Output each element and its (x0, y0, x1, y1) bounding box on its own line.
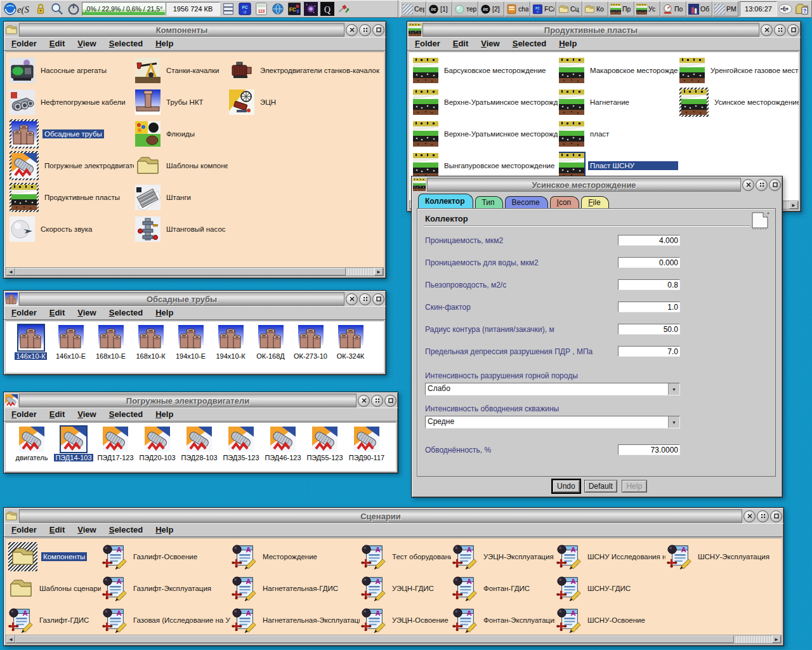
maximize-button[interactable] (372, 293, 384, 305)
icon-item[interactable]: ПЭД90-117 (346, 427, 388, 461)
maximize-button[interactable] (769, 179, 781, 191)
item-label[interactable]: Штанги (164, 193, 193, 202)
esp-icon[interactable] (229, 90, 254, 115)
icon-item[interactable]: пласт (559, 118, 678, 150)
icon-item[interactable]: AШСНУ Исследования новый (556, 541, 665, 573)
menu-item-selected[interactable]: Selected (109, 409, 143, 419)
strata-icon[interactable] (409, 23, 421, 36)
icon-item[interactable]: Уренгойское газовое месторож (679, 55, 799, 86)
icon-item[interactable]: ОК-324К (331, 325, 370, 360)
item-label[interactable]: ПЭД20-103 (138, 454, 176, 461)
scenario-icon[interactable]: A (361, 607, 386, 633)
strata-icon[interactable] (413, 90, 438, 115)
scenario-icon[interactable]: A (102, 576, 128, 601)
item-label[interactable]: 168х10-К (134, 352, 166, 360)
menu-item-view[interactable]: View (481, 39, 499, 48)
item-label[interactable]: Шаблоны сценариев (37, 584, 101, 593)
task-button[interactable]: Сер (400, 1, 426, 17)
item-label[interactable]: УЭЦН-ГДИС (390, 584, 436, 593)
scroll-right-arrow[interactable]: ► (789, 201, 798, 209)
icon-item[interactable]: Скорость звука (10, 213, 134, 245)
horizontal-scrollbar[interactable]: ◄ ► (6, 635, 782, 644)
lock-icon[interactable] (32, 1, 49, 17)
close-button[interactable] (346, 24, 358, 36)
item-label[interactable]: ПЭД28-103 (180, 454, 218, 461)
icon-item[interactable]: AГазлифт-ГДИС (8, 604, 101, 635)
item-label[interactable]: УЭЦН-Освоение (390, 616, 450, 625)
titlebar[interactable]: Сценарии (5, 509, 782, 523)
plug-icon[interactable] (336, 1, 352, 17)
icon-item[interactable]: ПЭД55-123 (304, 427, 346, 461)
maximize-button[interactable] (384, 395, 396, 407)
pipes-icon[interactable] (338, 325, 363, 350)
menu-item-edit[interactable]: Edit (453, 39, 469, 48)
default-button[interactable]: Default (584, 480, 617, 493)
motor-icon[interactable] (5, 394, 18, 407)
item-label[interactable]: Верхне-Уратьмиснкое месторождение (442, 129, 558, 138)
task-button[interactable]: Пр (608, 1, 634, 17)
item-label[interactable]: Газлифт-Эксплуатация (131, 584, 213, 593)
icon-item[interactable]: AШСНУ-Эксплуатация (667, 541, 782, 573)
maximize-button[interactable] (787, 24, 799, 36)
field-input[interactable] (618, 324, 680, 335)
magnifier-icon[interactable] (49, 1, 65, 17)
scenario-icon[interactable]: A (667, 544, 692, 569)
menu-item-selected[interactable]: Selected (109, 525, 143, 534)
icon-item[interactable]: AФонтан-ГДИС (452, 573, 555, 604)
menu-item-folder[interactable]: Folder (11, 308, 37, 317)
motor-icon[interactable] (145, 427, 170, 452)
icon-item[interactable]: Шаблоны сценариев (8, 573, 101, 604)
scroll-right-arrow[interactable]: ► (772, 635, 781, 643)
icon-item[interactable]: 194х10-К (211, 325, 251, 360)
pipes-icon[interactable] (218, 325, 244, 350)
item-label[interactable]: Вынгапуровское месторождение (442, 161, 556, 170)
icon-item[interactable]: ПЭД28-103 (178, 427, 220, 461)
folder-icon[interactable] (8, 576, 34, 601)
close-button[interactable] (743, 510, 756, 522)
item-label[interactable]: ЭЦН (258, 98, 278, 107)
strata-icon[interactable] (679, 88, 709, 117)
icon-item[interactable]: Штанговый насос (135, 213, 228, 245)
page-flip-corner[interactable] (751, 211, 770, 230)
item-label[interactable]: Тест оборудования (390, 552, 451, 561)
rods-icon[interactable] (135, 185, 160, 210)
pipes-icon[interactable] (10, 119, 39, 149)
scroll-thumb[interactable] (15, 635, 734, 643)
icon-item[interactable]: Обсадные трубы (10, 118, 134, 150)
icon-item[interactable]: двигатель (11, 427, 53, 461)
scenario-icon[interactable]: A (232, 607, 257, 633)
field-input[interactable] (618, 346, 680, 357)
pump-unit-icon[interactable] (10, 58, 35, 83)
item-label[interactable]: Нагнетание (588, 98, 631, 107)
item-label[interactable]: Компоненты (41, 552, 87, 561)
maximize-button[interactable] (372, 24, 384, 36)
motor-icon[interactable] (103, 427, 128, 452)
task-button[interactable]: FC/2FC/ (530, 1, 556, 17)
titlebar[interactable]: Обсадные трубы (5, 292, 384, 306)
task-button[interactable]: Сц (556, 1, 582, 17)
icon-item[interactable]: AНагнетательная-ГДИС (232, 573, 360, 604)
menu-item-folder[interactable]: Folder (11, 409, 37, 419)
item-label[interactable]: ОК-168Д (255, 352, 285, 360)
combo-dropdown-button[interactable]: ▼ (668, 416, 679, 428)
icon-item[interactable]: Насосные агрегаты (10, 55, 134, 86)
icon-item[interactable]: AФонтан-Эксплуатация (452, 604, 555, 635)
scenario-icon[interactable]: A (361, 544, 386, 569)
item-label[interactable]: Уренгойское газовое месторож (709, 66, 799, 75)
strata-icon[interactable] (413, 153, 438, 178)
window-list-button[interactable] (359, 24, 371, 36)
icon-item[interactable]: ЭЦН (229, 86, 384, 118)
fc2-icon[interactable]: FC/2 (237, 1, 253, 17)
task-button[interactable]: По (660, 1, 686, 17)
ecs-logo-icon[interactable]: e(S (2, 1, 32, 17)
motor-icon[interactable] (354, 427, 379, 452)
icon-item[interactable]: 146х10-К (11, 325, 51, 360)
pipes-icon[interactable] (5, 293, 18, 305)
icon-item[interactable]: Барсуковское месторождение (413, 55, 558, 86)
motor-icon[interactable] (19, 427, 44, 452)
icon-item[interactable]: ПЭД14-103 (53, 427, 95, 461)
scenario-icon[interactable]: A (556, 576, 582, 601)
task-button[interactable]: PM (712, 1, 738, 17)
strata-icon[interactable] (559, 121, 584, 147)
item-label[interactable]: Флюиды (164, 129, 197, 138)
